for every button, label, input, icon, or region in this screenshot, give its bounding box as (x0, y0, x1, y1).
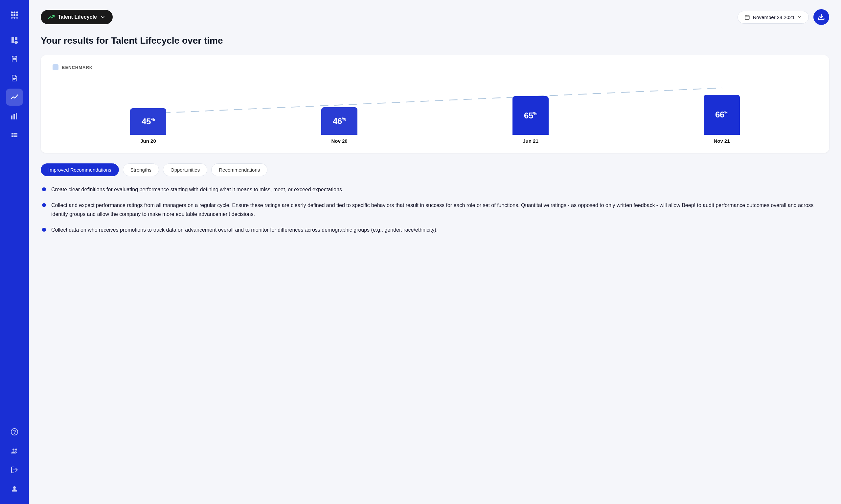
bar-group-Jun21: 65%Jun 21 (435, 96, 626, 144)
bullet-dot (42, 228, 46, 232)
bar-value-label: 65% (524, 111, 537, 121)
svg-point-0 (11, 12, 13, 14)
benchmark-dot (53, 64, 58, 70)
svg-rect-10 (14, 114, 15, 120)
svg-rect-17 (14, 136, 17, 137)
header-actions: November 24,2021 (738, 9, 829, 25)
svg-rect-12 (12, 133, 13, 134)
sidebar-item-clipboard[interactable] (6, 51, 23, 68)
svg-point-6 (11, 17, 13, 19)
bar-group-Jun20: 45%Jun 20 (53, 108, 244, 144)
sidebar-item-dashboard[interactable] (6, 32, 23, 49)
bar-x-label: Nov 20 (331, 138, 347, 144)
bullet-text: Collect data on who receives promotions … (51, 226, 437, 234)
chart-card: BENCHMARK 45%Jun 2046%Nov 2065%Jun 2166%… (41, 55, 829, 153)
date-label: November 24,2021 (753, 15, 795, 20)
bar-value-label: 46% (333, 116, 346, 126)
bar-Jun21: 65% (513, 96, 549, 135)
tab-improved[interactable]: Improved Recommendations (41, 163, 119, 176)
main-content: Talent Lifecycle November 24,2021 Your r… (29, 0, 841, 504)
date-picker-button[interactable]: November 24,2021 (738, 11, 809, 24)
bar-group-Nov20: 46%Nov 20 (244, 107, 435, 144)
svg-rect-13 (14, 133, 17, 134)
bullet-item: Collect data on who receives promotions … (42, 226, 828, 234)
chart-wrapper: 45%Jun 2046%Nov 2065%Jun 2166%Nov 21 (53, 78, 817, 144)
bullet-item: Create clear definitions for evaluating … (42, 185, 828, 194)
bar-x-label: Jun 21 (523, 138, 538, 144)
bar-x-label: Jun 20 (140, 138, 156, 144)
sidebar (0, 0, 29, 504)
talent-lifecycle-dropdown[interactable]: Talent Lifecycle (41, 10, 113, 24)
svg-rect-9 (11, 115, 13, 120)
bullet-list: Create clear definitions for evaluating … (41, 185, 829, 235)
bar-Nov20: 46% (321, 107, 357, 135)
sidebar-item-list[interactable] (6, 127, 23, 144)
svg-point-22 (13, 486, 16, 489)
bullet-item: Collect and expect performance ratings f… (42, 201, 828, 218)
sidebar-item-barchart[interactable] (6, 108, 23, 125)
bar-chart: 45%Jun 2046%Nov 2065%Jun 2166%Nov 21 (53, 78, 817, 144)
page-title: Your results for Talent Lifecycle over t… (41, 35, 829, 46)
svg-point-2 (16, 12, 18, 14)
dropdown-label: Talent Lifecycle (58, 14, 97, 20)
sidebar-item-help[interactable] (6, 423, 23, 440)
logo[interactable] (6, 6, 23, 24)
svg-point-1 (14, 12, 15, 14)
svg-point-8 (16, 17, 18, 19)
tab-opportunities[interactable]: Opportunities (163, 163, 207, 176)
svg-rect-16 (12, 136, 13, 137)
svg-rect-15 (14, 134, 17, 136)
svg-point-19 (14, 433, 15, 434)
sidebar-item-document[interactable] (6, 70, 23, 87)
svg-point-4 (14, 14, 15, 16)
svg-point-7 (14, 17, 15, 19)
bullet-text: Create clear definitions for evaluating … (51, 185, 343, 194)
svg-point-3 (11, 14, 13, 16)
tab-recommendations[interactable]: Recommendations (211, 163, 268, 176)
bar-group-Nov21: 66%Nov 21 (626, 95, 817, 144)
bar-Nov21: 66% (704, 95, 740, 135)
bullet-text: Collect and expect performance ratings f… (51, 201, 828, 218)
benchmark-legend: BENCHMARK (53, 64, 817, 70)
svg-point-21 (15, 449, 17, 451)
download-button[interactable] (813, 9, 829, 25)
sidebar-item-chart[interactable] (6, 89, 23, 106)
svg-point-20 (13, 449, 15, 451)
sidebar-item-logout[interactable] (6, 461, 23, 479)
svg-rect-11 (16, 113, 17, 120)
bar-value-label: 66% (715, 110, 728, 120)
svg-rect-14 (12, 134, 13, 136)
bar-value-label: 45% (142, 116, 155, 127)
tabs-container: Improved RecommendationsStrengthsOpportu… (41, 163, 829, 176)
svg-rect-23 (745, 15, 750, 19)
sidebar-item-user[interactable] (6, 480, 23, 498)
bullet-dot (42, 203, 46, 207)
svg-point-5 (16, 14, 18, 16)
sidebar-item-team[interactable] (6, 442, 23, 460)
bullet-dot (42, 187, 46, 191)
bar-Jun20: 45% (130, 108, 166, 135)
header-bar: Talent Lifecycle November 24,2021 (41, 9, 829, 25)
tab-strengths[interactable]: Strengths (123, 163, 159, 176)
bar-x-label: Nov 21 (714, 138, 730, 144)
benchmark-label: BENCHMARK (62, 65, 93, 70)
